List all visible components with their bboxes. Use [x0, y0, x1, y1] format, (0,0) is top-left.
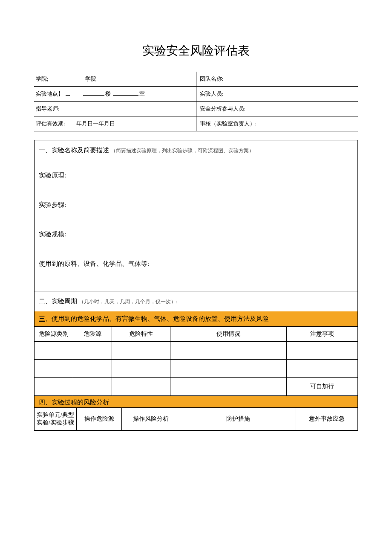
location-label: 实验地点】 [36, 90, 63, 97]
analysis-col-3: 操作风险分析 [122, 408, 180, 430]
field-materials: 使用到的原料、设备、化学品、气体等: [39, 243, 353, 285]
risk-table: 危险源类别 危险源 危险特性 使用情况 注意事项 可自加行 [35, 327, 357, 395]
building-suffix: 楼 [105, 90, 111, 97]
validity-label: 评估有效期: [36, 120, 65, 127]
analysis-col-1: 实验单元/典型实验/实验步骤 [35, 408, 77, 430]
analysis-col-2: 操作危险源 [77, 408, 122, 430]
info-college: 学院; 学院 [34, 72, 196, 87]
info-safety-personnel: 安全分析参与人员: [196, 102, 358, 116]
field-steps: 实验步骤: [39, 184, 353, 213]
risk-col-5: 注意事项 [286, 327, 357, 342]
table-row [35, 342, 357, 360]
info-instructor: 指导老师: [34, 102, 196, 116]
personnel-label: 实验人员: [200, 90, 224, 97]
safety-personnel-label: 安全分析参与人员: [200, 105, 246, 112]
college-label: 学院; [36, 76, 49, 82]
section-1-header: 一、实验名称及简要描述 [39, 147, 109, 154]
auditor-label: 审核（实验室负责人）: [200, 120, 257, 127]
table-row: 可自加行 [35, 378, 357, 395]
instructor-label: 指导老师: [36, 105, 60, 112]
risk-col-4: 使用情况 [170, 327, 286, 342]
section-4-prefix: 四 [39, 399, 45, 406]
info-team: 团队名称: [196, 72, 358, 87]
validity-value: 年月日一年月日 [76, 120, 115, 127]
risk-col-3: 危险特性 [112, 327, 170, 342]
info-validity: 评估有效期: 年月日一年月日 [34, 116, 196, 131]
page-title: 实验安全风险评估表 [34, 43, 358, 59]
section-2: 二、实验周期 （几小时，几天，几周，几个月，仅一次）: [35, 291, 357, 311]
analysis-col-4: 防护措施 [180, 408, 296, 430]
college-value: 学院 [85, 76, 96, 82]
team-label: 团队名称: [200, 76, 224, 82]
section-2-header: 二、实验周期 [39, 298, 77, 305]
analysis-col-5: 意外事故应急 [296, 408, 357, 430]
info-auditor: 审核（实验室负责人）: [196, 116, 358, 131]
risk-col-1: 危险源类别 [35, 327, 73, 342]
section-4-header: 四、实验过程的风险分析 [35, 395, 357, 408]
info-table: 学院; 学院 团队名称: 实验地点】 楼 室 实验人员: 指导老师: 安全分析参… [34, 72, 358, 131]
section-3-text: 、使用到的危险化学品、有害微生物、气体、危险设备的放置、使用方法及风险 [45, 315, 269, 322]
section-4-text: 、实验过程的风险分析 [45, 399, 109, 406]
room-suffix: 室 [139, 90, 145, 97]
section-3-header: 三、使用到的危险化学品、有害微生物、气体、危险设备的放置、使用方法及风险 [35, 311, 357, 327]
section-1: 一、实验名称及简要描述 （简要描述实验原理，列出实验步骤，可附流程图、实验方案）… [35, 140, 357, 291]
analysis-table: 实验单元/典型实验/实验步骤 操作危险源 操作风险分析 防护措施 意外事故应急 [35, 408, 357, 430]
add-row-hint: 可自加行 [286, 378, 357, 395]
main-content-box: 一、实验名称及简要描述 （简要描述实验原理，列出实验步骤，可附流程图、实验方案）… [34, 140, 358, 431]
section-3-prefix: 三 [39, 315, 45, 322]
section-2-note: （几小时，几天，几周，几个月，仅一次）: [79, 299, 177, 305]
table-row [35, 360, 357, 378]
field-scale: 实验规模: [39, 213, 353, 243]
info-personnel: 实验人员: [196, 87, 358, 102]
risk-col-2: 危险源 [73, 327, 112, 342]
field-principle: 实验原理: [39, 154, 353, 184]
section-1-note: （简要描述实验原理，列出实验步骤，可附流程图、实验方案） [111, 148, 254, 154]
info-location: 实验地点】 楼 室 [34, 87, 196, 102]
